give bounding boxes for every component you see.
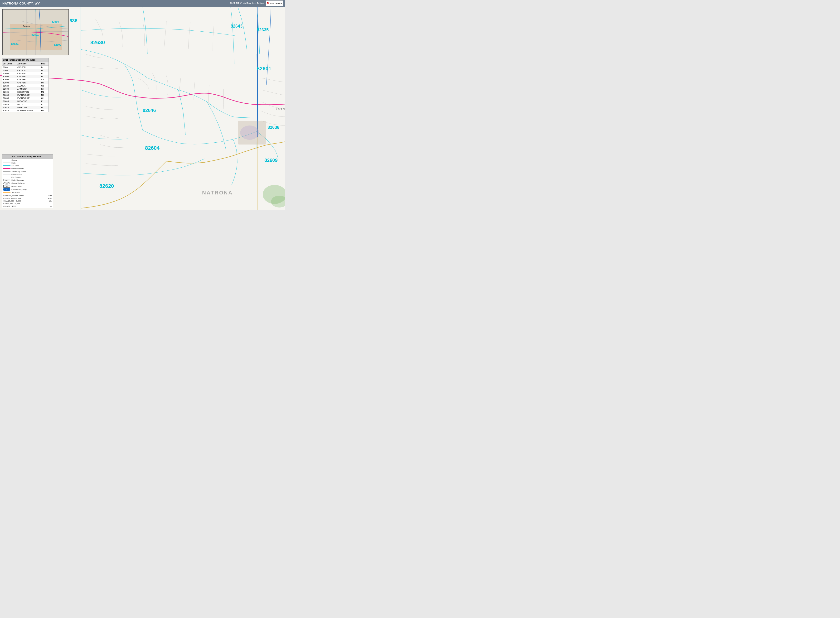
- inset-zip-82636: 82636: [52, 20, 59, 23]
- loc-cell: B1: [40, 72, 49, 75]
- loc-cell: B1: [40, 65, 49, 69]
- logo-m: M: [267, 1, 269, 5]
- legend-city-50k: Cities 50,000 - 99,999 •City: [3, 197, 52, 200]
- legend-state-hwy-symbol: HWY: [3, 179, 10, 181]
- zip-name-cell: ALCOVA: [16, 84, 40, 87]
- legend-item-state-hwy: HWY State Highways: [2, 178, 53, 181]
- legend-state-hwy-label: State Highways: [12, 179, 52, 181]
- zip-code-cell: 82648: [2, 109, 16, 112]
- legend-minor-label: Minor Streets: [12, 173, 52, 175]
- legend-box: 2021 Natrona County, WY Map ... County S…: [2, 154, 53, 208]
- legend-us-hwy-label: US Highways: [12, 185, 52, 187]
- legend-interstate-label: Interstate Highways: [12, 188, 52, 190]
- inset-zip-82604: 82604: [11, 43, 19, 46]
- loc-cell: H4: [40, 109, 49, 112]
- zip-code-cell: 82601: [2, 65, 16, 69]
- page-title: NATRONA COUNTY, WY: [2, 1, 40, 5]
- loc-cell: I6: [40, 75, 49, 78]
- zip-code-cell: 82630: [2, 87, 16, 90]
- inset-zip-82609: 82609: [54, 43, 61, 46]
- inset-zip-82801: 82801: [31, 33, 39, 36]
- legend-county-label: County: [12, 159, 52, 161]
- zip-index-table: ZIP Code ZIP Name LOC 82601CASPERB182601…: [2, 62, 49, 112]
- zip-code-cell: 82604: [2, 75, 16, 78]
- loc-cell: C1: [40, 97, 49, 100]
- legend-city-10-size: —: [42, 205, 52, 207]
- table-row: 82609CASPERM7: [2, 81, 49, 84]
- index-table-header: 2021 Natrona County, WY Index: [2, 58, 49, 62]
- legend-exit-label: Exit Ramps: [12, 176, 52, 178]
- table-row: 82648POWDER RIVERH4: [2, 109, 49, 112]
- legend-item-interstate: I Interstate Highways: [2, 188, 53, 191]
- zip-name-cell: MIDWEST: [16, 100, 40, 103]
- legend-item-toll: Toll Roads: [2, 191, 53, 194]
- table-row: 82601CASPERL4: [2, 69, 49, 72]
- zip-name-cell: NATRONA: [16, 106, 40, 109]
- legend-county-line: [3, 160, 10, 160]
- county-label-natrona: NATRONA: [202, 190, 233, 196]
- county-label-converse: CONVERSE: [276, 107, 285, 111]
- legend-us-hwy-symbol: US: [3, 185, 10, 187]
- legend-item-secondary: Secondary Streets: [2, 170, 53, 173]
- legend-primary-label: Primary Streets: [12, 168, 52, 170]
- loc-cell: F2: [40, 87, 49, 90]
- index-table: 2021 Natrona County, WY Index ZIP Code Z…: [2, 58, 49, 112]
- table-row: 82643MIDWESTL1: [2, 100, 49, 103]
- col-header-loc: LOC: [40, 62, 49, 65]
- zip-name-cell: ARMINTO: [16, 87, 40, 90]
- legend-city-10-label: Cities 10 - 4,999: [3, 205, 41, 207]
- legend-city-50k-size: •City: [42, 197, 52, 199]
- legend-item-county-hwy: CO County Highways: [2, 181, 53, 185]
- legend-zip-line: [3, 165, 10, 166]
- zip-name-cell: CASPER: [16, 65, 40, 69]
- legend-secondary-label: Secondary Streets: [12, 171, 52, 172]
- loc-cell: M7: [40, 81, 49, 84]
- zip-code-cell: 82609: [2, 78, 16, 81]
- zip-code-cell: 82601: [2, 69, 16, 72]
- inset-map: Casper 82636 82801 82604 82609: [2, 9, 69, 55]
- table-row: 82635EDGERTONM1: [2, 90, 49, 94]
- col-header-zipname: ZIP Name: [16, 62, 40, 65]
- legend-state-line: [3, 163, 10, 163]
- legend-city-5k: Cities 5,000 - 24,999 —: [3, 202, 52, 205]
- legend-city-100k-size: •City: [42, 195, 52, 197]
- zip-name-cell: CASPER: [16, 81, 40, 84]
- zip-code-cell: 82635: [2, 90, 16, 94]
- edition-label: 2021 ZIP Code Premium Edition: [230, 2, 264, 5]
- logo: M arket MAPS: [266, 0, 283, 6]
- table-row: 82604CASPERI6: [2, 75, 49, 78]
- header-right: 2021 ZIP Code Premium Edition M arket MA…: [230, 0, 283, 6]
- legend-interstate-symbol: I: [3, 188, 10, 191]
- legend-city-25k: Cities 25,000 - 49,999 12s: [3, 200, 52, 202]
- zip-code-cell: 82646: [2, 106, 16, 109]
- zip-code-cell: 82636: [2, 97, 16, 100]
- zip-name-cell: POWDER RIVER: [16, 109, 40, 112]
- legend-primary-line: [3, 168, 10, 169]
- loc-cell: I4: [40, 106, 49, 109]
- zip-name-cell: EDGERTON: [16, 90, 40, 94]
- inset-map-svg: Casper: [3, 9, 68, 55]
- legend-item-us-hwy: US US Highways: [2, 185, 53, 188]
- zip-name-cell: CASPER: [16, 72, 40, 75]
- table-row: 82601CASPERB1: [2, 65, 49, 69]
- loc-cell: A1: [40, 103, 49, 106]
- zip-code-cell: 82643: [2, 100, 16, 103]
- legend-city-100k-label: Cities 100,000 and Above: [3, 195, 41, 197]
- zip-code-cell: 82609: [2, 81, 16, 84]
- zip-name-cell: CASPER: [16, 69, 40, 72]
- header-bar: NATRONA COUNTY, WY 2021 ZIP Code Premium…: [0, 0, 285, 7]
- legend-city-sizes: Cities 100,000 and Above •City Cities 50…: [2, 194, 53, 208]
- legend-secondary-line: [3, 171, 10, 172]
- logo-maps: MAPS: [275, 2, 282, 4]
- legend-city-10: Cities 10 - 4,999 —: [3, 205, 52, 208]
- legend-city-5k-label: Cities 5,000 - 24,999: [3, 202, 41, 205]
- legend-toll-label: Toll Roads: [12, 191, 52, 193]
- loc-cell: L4: [40, 69, 49, 72]
- legend-city-50k-label: Cities 50,000 - 99,999: [3, 197, 41, 199]
- svg-text:Casper: Casper: [23, 25, 30, 27]
- legend-city-25k-label: Cities 25,000 - 49,999: [3, 200, 41, 202]
- table-row: 82644MILLSA1: [2, 103, 49, 106]
- logo-arket: arket: [270, 2, 275, 4]
- loc-cell: L1: [40, 100, 49, 103]
- zip-name-cell: CASPER: [16, 75, 40, 78]
